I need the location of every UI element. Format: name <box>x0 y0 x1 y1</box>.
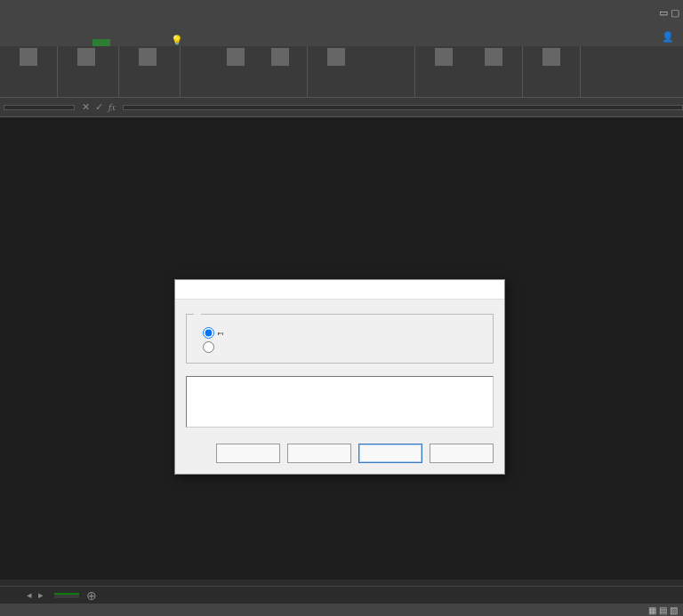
redo-icon[interactable] <box>44 4 60 20</box>
manage-data-model-icon[interactable] <box>395 59 409 68</box>
sheet-nav-icon[interactable]: ◂ ▸ <box>27 589 45 601</box>
group-label <box>308 96 414 97</box>
relationships-icon[interactable] <box>379 59 393 68</box>
quick-access-toolbar <box>5 4 60 20</box>
group-label <box>415 96 522 97</box>
outline-button[interactable] <box>528 48 575 68</box>
text-to-columns-button[interactable] <box>313 48 359 68</box>
cancel-icon[interactable]: ✕ <box>82 101 90 113</box>
forecast-sheet-button[interactable] <box>470 48 517 68</box>
tab-home[interactable] <box>21 39 39 46</box>
fixed-width-radio[interactable] <box>203 341 214 353</box>
add-sheet-icon[interactable]: ⊕ <box>86 588 97 603</box>
sheet-tab[interactable] <box>54 593 79 598</box>
finish-button[interactable] <box>430 444 494 463</box>
back-button <box>287 444 351 463</box>
tab-developer[interactable] <box>146 39 164 46</box>
sort-az-button[interactable] <box>186 48 209 68</box>
ribbon-tabs: 💡 👤 <box>0 25 683 46</box>
text-to-columns-wizard-dialog <box>174 279 505 475</box>
new-query-button[interactable] <box>63 48 109 68</box>
consolidate-icon[interactable] <box>363 59 377 68</box>
titlebar: ▭ ▢ <box>0 0 683 25</box>
tell-me[interactable]: 💡 <box>171 35 183 46</box>
share-button[interactable]: 👤 <box>653 28 683 46</box>
ribbon <box>0 46 683 98</box>
group-label <box>181 96 307 97</box>
tab-data[interactable] <box>92 39 110 46</box>
source-data-format-fieldset <box>186 314 494 364</box>
window-controls: ▭ ▢ <box>659 7 679 19</box>
flash-fill-icon[interactable] <box>363 48 377 57</box>
group-label <box>119 96 180 97</box>
fx-icon[interactable]: 𝑓𝑥 <box>108 101 116 113</box>
delimited-label[interactable] <box>218 332 223 334</box>
data-validation-icon[interactable] <box>395 48 409 57</box>
enter-icon[interactable]: ✓ <box>95 101 103 113</box>
view-buttons[interactable]: ▦ ▤ ▧ <box>648 605 678 615</box>
refresh-all-button[interactable] <box>125 48 171 68</box>
filter-button[interactable] <box>262 48 298 68</box>
tab-review[interactable] <box>110 39 128 46</box>
status-bar: ▦ ▤ ▧ <box>0 604 683 616</box>
sort-button[interactable] <box>213 48 259 68</box>
next-button[interactable] <box>358 444 422 463</box>
group-label <box>58 96 118 97</box>
sheet-tabs: ◂ ▸ ⊕ <box>0 586 683 604</box>
remove-duplicates-icon[interactable] <box>379 48 393 57</box>
cancel-button[interactable] <box>216 444 280 463</box>
tab-insert[interactable] <box>39 39 57 46</box>
tab-formulas[interactable] <box>75 39 92 46</box>
tab-file[interactable] <box>4 39 21 46</box>
preview-box[interactable] <box>186 376 494 428</box>
get-external-data-button[interactable] <box>5 48 52 68</box>
formula-bar: ✕ ✓ 𝑓𝑥 <box>0 98 683 117</box>
name-box[interactable] <box>4 105 75 110</box>
tab-pagelayout[interactable] <box>57 39 75 46</box>
save-icon[interactable] <box>5 4 21 20</box>
tab-view[interactable] <box>128 39 146 46</box>
what-if-button[interactable] <box>421 48 467 68</box>
undo-icon[interactable] <box>25 4 41 20</box>
delimited-radio[interactable] <box>203 327 214 339</box>
formula-input[interactable] <box>123 105 683 110</box>
